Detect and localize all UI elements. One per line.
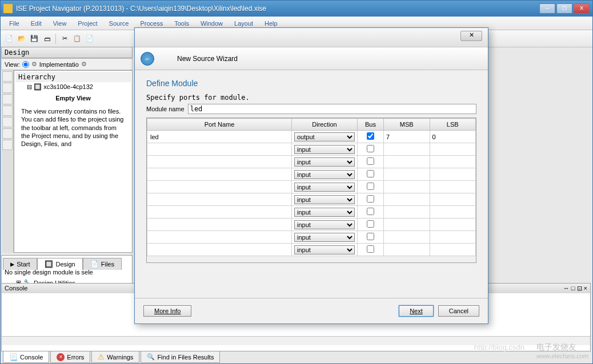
direction-select[interactable]: input output inout: [294, 233, 355, 242]
port-name-input[interactable]: [150, 196, 289, 204]
port-name-input[interactable]: [150, 133, 289, 141]
col-direction[interactable]: Direction: [292, 119, 358, 131]
port-name-input[interactable]: [150, 246, 289, 254]
direction-select[interactable]: input output inout: [294, 132, 355, 141]
dialog-close-button[interactable]: ✕: [460, 31, 482, 41]
lsb-cell[interactable]: [430, 181, 476, 193]
view-impl-radio[interactable]: [22, 61, 29, 68]
bus-checkbox[interactable]: [367, 145, 374, 152]
module-name-input[interactable]: [188, 104, 476, 114]
next-button[interactable]: Next: [399, 305, 434, 317]
col-msb[interactable]: MSB: [384, 119, 430, 131]
menu-project[interactable]: Project: [72, 18, 103, 29]
direction-select[interactable]: input output inout: [294, 220, 355, 229]
lsb-cell[interactable]: [430, 193, 476, 206]
msb-cell[interactable]: [384, 219, 430, 231]
bus-checkbox[interactable]: [367, 157, 374, 165]
bus-checkbox[interactable]: [367, 233, 374, 240]
tool-icon-5[interactable]: [2, 117, 13, 127]
copy-icon[interactable]: 📋: [71, 33, 83, 45]
tab-design[interactable]: 🔲 Design: [37, 258, 82, 270]
menu-file[interactable]: File: [3, 18, 25, 29]
cancel-button[interactable]: Cancel: [438, 305, 479, 317]
col-port-name[interactable]: Port Name: [147, 119, 292, 131]
tool-icon-3[interactable]: [2, 94, 13, 104]
port-name-input[interactable]: [150, 171, 289, 179]
bus-checkbox[interactable]: [367, 208, 374, 215]
tool-icon-4[interactable]: [2, 106, 13, 116]
tool-icon-1[interactable]: [2, 71, 13, 82]
tab-errors[interactable]: × Errors: [50, 351, 90, 363]
menu-edit[interactable]: Edit: [25, 18, 47, 29]
new-icon[interactable]: 📄: [3, 33, 15, 45]
tab-warnings[interactable]: ⚠ Warnings: [91, 351, 139, 363]
menu-view[interactable]: View: [47, 18, 73, 29]
lsb-cell[interactable]: [430, 156, 476, 168]
lsb-cell[interactable]: 0: [430, 131, 476, 143]
tab-find-results[interactable]: 🔍 Find in Files Results: [141, 351, 220, 363]
msb-cell[interactable]: [384, 231, 430, 244]
port-table-container[interactable]: Port Name Direction Bus MSB LSB input ou…: [146, 118, 476, 263]
paste-icon[interactable]: 📄: [84, 33, 95, 45]
port-name-input[interactable]: [150, 158, 289, 166]
menu-window[interactable]: Window: [195, 18, 229, 29]
port-name-input[interactable]: [150, 145, 289, 153]
port-name-input[interactable]: [150, 208, 289, 216]
msb-cell[interactable]: [384, 181, 430, 193]
console-controls[interactable]: ↔ □ ⊡ ×: [563, 285, 587, 292]
menu-tools[interactable]: Tools: [169, 18, 195, 29]
tab-files[interactable]: 📄 Files: [83, 258, 122, 270]
lsb-cell[interactable]: [430, 244, 476, 256]
lsb-cell[interactable]: [430, 168, 476, 181]
msb-cell[interactable]: [384, 168, 430, 181]
msb-cell[interactable]: [384, 156, 430, 168]
menu-layout[interactable]: Layout: [229, 18, 259, 29]
menu-source[interactable]: Source: [103, 18, 135, 29]
port-name-input[interactable]: [150, 233, 289, 241]
bus-checkbox[interactable]: [367, 245, 374, 253]
bus-checkbox[interactable]: [367, 170, 374, 177]
direction-select[interactable]: input output inout: [294, 145, 355, 154]
lsb-cell[interactable]: [430, 231, 476, 244]
open-icon[interactable]: 📂: [16, 33, 27, 45]
back-button[interactable]: ←: [141, 52, 154, 66]
col-lsb[interactable]: LSB: [430, 119, 476, 131]
tab-start[interactable]: ▶ Start: [3, 258, 37, 270]
col-bus[interactable]: Bus: [358, 119, 384, 131]
save-icon[interactable]: 💾: [29, 33, 40, 45]
maximize-button[interactable]: □: [556, 3, 572, 14]
cut-icon[interactable]: ✂: [59, 33, 70, 45]
bus-checkbox[interactable]: [367, 195, 374, 203]
tool-icon-2[interactable]: [2, 83, 13, 93]
menu-process[interactable]: Process: [134, 18, 169, 29]
direction-select[interactable]: input output inout: [294, 183, 355, 192]
direction-select[interactable]: input output inout: [294, 157, 355, 167]
direction-select[interactable]: input output inout: [294, 195, 355, 204]
more-info-button[interactable]: More Info: [143, 305, 191, 317]
lsb-cell[interactable]: [430, 219, 476, 231]
bus-checkbox[interactable]: [367, 220, 374, 228]
direction-select[interactable]: input output inout: [294, 170, 355, 179]
tab-console[interactable]: 📃 Console: [3, 351, 49, 363]
msb-cell[interactable]: [384, 206, 430, 219]
bus-checkbox[interactable]: [367, 132, 374, 140]
tool-icon-7[interactable]: [2, 140, 13, 150]
close-button[interactable]: x: [574, 3, 590, 14]
bus-checkbox[interactable]: [367, 183, 374, 190]
lsb-cell[interactable]: [430, 143, 476, 156]
direction-select[interactable]: input output inout: [294, 208, 355, 217]
menu-help[interactable]: Help: [259, 18, 283, 29]
port-name-input[interactable]: [150, 183, 289, 191]
msb-cell[interactable]: 7: [384, 131, 430, 143]
msb-cell[interactable]: [384, 244, 430, 256]
msb-cell[interactable]: [384, 193, 430, 206]
tool-icon-6[interactable]: [2, 128, 13, 139]
hierarchy-tree[interactable]: Hierarchy ⊟ 🔲 xc3s100e-4cp132 Empty View…: [14, 70, 133, 253]
saveall-icon[interactable]: 🗃: [41, 33, 53, 45]
minimize-button[interactable]: —: [539, 3, 555, 14]
device-node[interactable]: ⊟ 🔲 xc3s100e-4cp132: [15, 82, 131, 92]
console-scrollbar[interactable]: [2, 336, 590, 345]
lsb-cell[interactable]: [430, 206, 476, 219]
port-name-input[interactable]: [150, 221, 289, 229]
msb-cell[interactable]: [384, 143, 430, 156]
